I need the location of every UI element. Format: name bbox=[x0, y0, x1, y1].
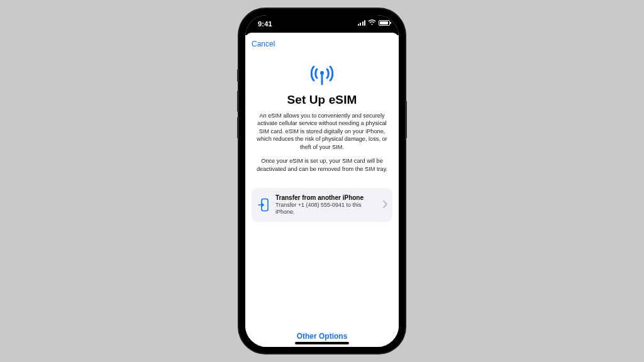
mute-switch bbox=[237, 69, 239, 82]
volume-up-button bbox=[237, 90, 239, 112]
power-button bbox=[405, 101, 407, 138]
cellular-antenna-icon bbox=[252, 64, 392, 85]
transfer-card-title: Transfer from another iPhone bbox=[275, 194, 376, 201]
display-notch bbox=[289, 15, 355, 29]
page-title: Set Up eSIM bbox=[252, 93, 392, 107]
status-time: 9:41 bbox=[258, 20, 272, 28]
setup-sheet: Cancel Set Up eSIM An eSIM allows you to… bbox=[245, 33, 399, 347]
intro-paragraph-2: Once your eSIM is set up, your SIM card … bbox=[254, 157, 390, 173]
transfer-in-icon bbox=[258, 198, 269, 212]
status-right-cluster bbox=[358, 19, 391, 26]
phone-screen: 9:41 Cancel bbox=[245, 15, 399, 347]
volume-down-button bbox=[237, 117, 239, 138]
intro-paragraph-1: An eSIM allows you to conveniently and s… bbox=[254, 112, 390, 151]
cancel-button[interactable]: Cancel bbox=[252, 40, 275, 48]
cellular-signal-icon bbox=[358, 19, 366, 26]
sheet-nav: Cancel bbox=[252, 38, 392, 50]
home-indicator[interactable] bbox=[295, 342, 349, 344]
battery-icon bbox=[379, 20, 390, 26]
iphone-frame: 9:41 Cancel bbox=[239, 9, 405, 353]
wifi-icon bbox=[368, 19, 376, 26]
intro-copy: An eSIM allows you to conveniently and s… bbox=[254, 112, 390, 179]
transfer-card-subtitle: Transfer +1 (408) 555-0941 to this iPhon… bbox=[275, 202, 376, 216]
transfer-card-text: Transfer from another iPhone Transfer +1… bbox=[275, 194, 376, 216]
chevron-right-icon bbox=[382, 199, 387, 211]
screenshot-stage: 9:41 Cancel bbox=[0, 0, 644, 362]
transfer-from-iphone-card[interactable]: Transfer from another iPhone Transfer +1… bbox=[252, 188, 392, 222]
